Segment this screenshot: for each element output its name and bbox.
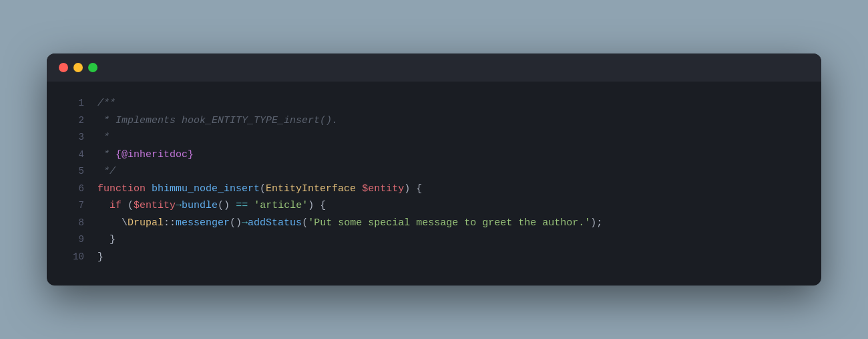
line-number: 3 [60,130,84,146]
line-content: } [97,231,116,249]
line-number: 1 [60,96,84,112]
line-content: * {@inheritdoc} [97,146,194,164]
code-line-9: 9 } [60,231,801,249]
line-content: } [97,249,103,266]
code-line-5: 5 */ [60,163,801,181]
line-number: 4 [60,147,84,163]
line-number: 8 [60,215,84,231]
line-number: 2 [60,113,84,129]
line-content: if ($entity→bundle() == 'article') { [97,197,326,215]
line-content: function bhimmu_node_insert(EntityInterf… [97,181,422,198]
code-line-1: 1 /** [60,95,801,112]
line-content: */ [97,163,116,181]
code-editor: 1 /** 2 * Implements hook_ENTITY_TYPE_in… [47,82,821,286]
code-line-3: 3 * [60,129,801,146]
line-content: /** [97,95,116,112]
line-number: 6 [60,181,84,197]
line-number: 9 [60,232,84,248]
code-line-7: 7 if ($entity→bundle() == 'article') { [60,197,801,215]
close-button[interactable] [59,63,68,72]
line-content: * [97,129,110,146]
line-content: \Drupal::messenger()→addStatus('Put some… [97,215,602,232]
code-window: 1 /** 2 * Implements hook_ENTITY_TYPE_in… [47,53,821,286]
maximize-button[interactable] [88,63,97,72]
code-line-8: 8 \Drupal::messenger()→addStatus('Put so… [60,215,801,232]
line-number: 10 [60,249,84,265]
line-content: * Implements hook_ENTITY_TYPE_insert(). [97,112,338,130]
titlebar [47,53,821,82]
code-line-4: 4 * {@inheritdoc} [60,146,801,164]
line-number: 7 [60,198,84,214]
code-line-2: 2 * Implements hook_ENTITY_TYPE_insert()… [60,112,801,130]
code-line-6: 6 function bhimmu_node_insert(EntityInte… [60,181,801,198]
code-line-10: 10 } [60,249,801,266]
minimize-button[interactable] [73,63,83,72]
line-number: 5 [60,164,84,180]
